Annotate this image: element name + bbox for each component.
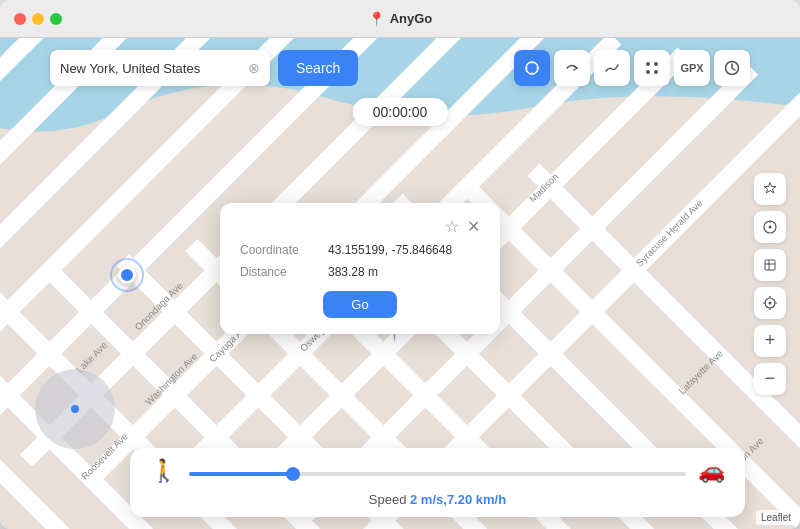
search-button[interactable]: Search <box>278 50 358 86</box>
favorite-right-btn[interactable] <box>754 173 786 205</box>
history-tool-btn[interactable] <box>714 50 750 86</box>
map-container[interactable]: Onondaga Ave Cayuga Ave Oswego Ave Washi… <box>0 38 800 529</box>
leaflet-badge: Leaflet <box>756 510 796 525</box>
close-icon: ✕ <box>467 218 480 235</box>
location-marker <box>118 266 136 284</box>
minimap <box>35 369 115 449</box>
toolbar: New York, United States ⊗ Search <box>50 50 750 86</box>
close-button[interactable] <box>14 13 26 25</box>
clear-button[interactable]: ⊗ <box>248 61 260 75</box>
search-input-wrap[interactable]: New York, United States ⊗ <box>50 50 270 86</box>
leaflet-label: Leaflet <box>761 512 791 523</box>
popup-header: ☆ ✕ <box>240 219 480 235</box>
compass-right-btn[interactable] <box>754 211 786 243</box>
gpx-tool-btn[interactable]: GPX <box>674 50 710 86</box>
titlebar: 📍 AnyGo <box>0 0 800 38</box>
search-input: New York, United States <box>60 61 248 76</box>
svg-point-56 <box>769 301 772 304</box>
speed-icons-row: 🚶 🚗 <box>150 458 725 484</box>
route-tool-btn[interactable] <box>594 50 630 86</box>
speed-text: Speed 2 m/s,7.20 km/h <box>150 492 725 507</box>
svg-point-45 <box>654 70 658 74</box>
clock-icon <box>723 59 741 77</box>
svg-point-42 <box>646 62 650 66</box>
walk-icon: 🚶 <box>150 458 177 484</box>
layers-icon <box>762 257 778 273</box>
compass-icon <box>762 219 778 235</box>
speed-label: Speed <box>369 492 410 507</box>
svg-point-50 <box>769 225 772 228</box>
location-ring <box>110 258 144 292</box>
star-icon: ☆ <box>445 218 459 235</box>
app-window: 📍 AnyGo <box>0 0 800 529</box>
svg-point-43 <box>654 62 658 66</box>
arrow-tool-btn[interactable] <box>554 50 590 86</box>
crosshair-icon <box>523 59 541 77</box>
location-icon <box>762 295 778 311</box>
app-title: 📍 AnyGo <box>368 11 433 27</box>
crosshair-tool-btn[interactable] <box>514 50 550 86</box>
svg-point-44 <box>646 70 650 74</box>
zoom-in-btn[interactable]: + <box>754 325 786 357</box>
info-popup: ☆ ✕ Coordinate 43.155199, -75.846648 Dis… <box>220 203 500 334</box>
layers-right-btn[interactable] <box>754 249 786 281</box>
speed-slider[interactable] <box>189 472 686 476</box>
nodes-tool-btn[interactable] <box>634 50 670 86</box>
speed-panel: 🚶 🚗 Speed 2 m/s,7.20 km/h <box>130 448 745 517</box>
popup-close-btn[interactable]: ✕ <box>467 219 480 235</box>
nodes-icon <box>643 59 661 77</box>
gpx-label: GPX <box>680 62 703 74</box>
route-icon <box>603 59 621 77</box>
traffic-lights <box>14 13 62 25</box>
zoom-out-btn[interactable]: − <box>754 363 786 395</box>
arrow-icon <box>563 59 581 77</box>
minimize-button[interactable] <box>32 13 44 25</box>
distance-label: Distance <box>240 265 320 279</box>
car-icon: 🚗 <box>698 458 725 484</box>
coordinate-label: Coordinate <box>240 243 320 257</box>
speed-slider-wrap[interactable] <box>189 462 686 480</box>
app-title-text: AnyGo <box>390 11 433 26</box>
svg-rect-52 <box>765 260 775 270</box>
go-button[interactable]: Go <box>323 291 396 318</box>
popup-star-btn[interactable]: ☆ <box>445 219 459 235</box>
app-icon: 📍 <box>368 11 385 27</box>
speed-value: 2 m/s,7.20 km/h <box>410 492 506 507</box>
right-tools: + − <box>754 173 786 395</box>
timer-value: 00:00:00 <box>373 104 428 120</box>
svg-point-37 <box>526 62 538 74</box>
coordinate-value: 43.155199, -75.846648 <box>328 243 452 257</box>
search-bar: New York, United States ⊗ Search <box>50 50 358 86</box>
location-right-btn[interactable] <box>754 287 786 319</box>
timer-badge: 00:00:00 <box>353 98 448 126</box>
minimap-dot <box>71 405 79 413</box>
maximize-button[interactable] <box>50 13 62 25</box>
distance-value: 383.28 m <box>328 265 378 279</box>
popup-coordinate-row: Coordinate 43.155199, -75.846648 <box>240 243 480 257</box>
popup-distance-row: Distance 383.28 m <box>240 265 480 279</box>
svg-line-48 <box>732 68 735 70</box>
star-right-icon <box>762 181 778 197</box>
map-tools: GPX <box>514 50 750 86</box>
